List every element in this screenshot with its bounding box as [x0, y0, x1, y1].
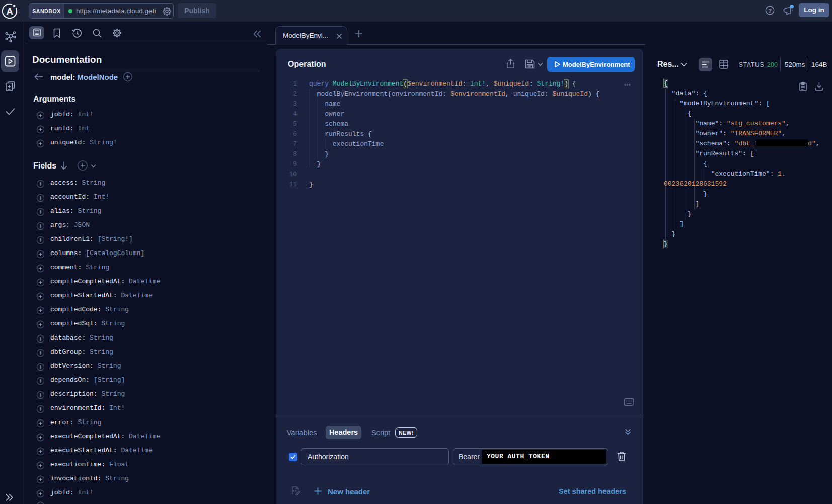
svg-text:A: A: [6, 6, 13, 17]
svg-text:?: ?: [768, 8, 772, 14]
